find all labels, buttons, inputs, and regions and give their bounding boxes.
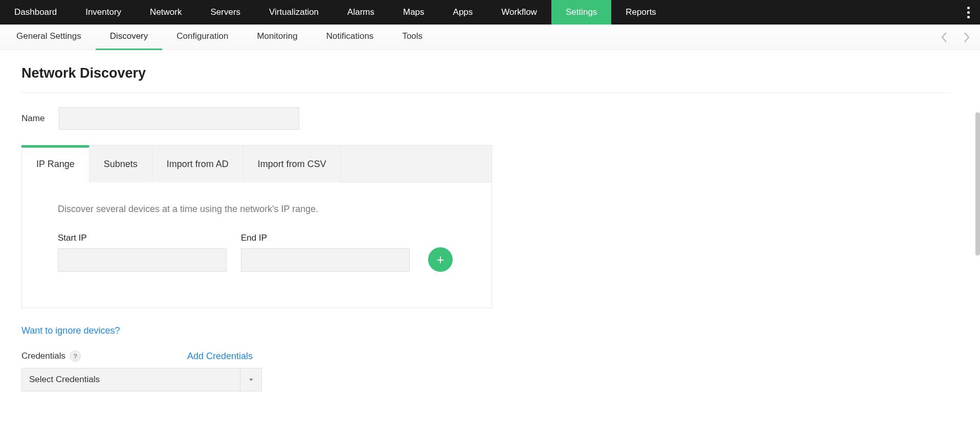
tab-ip-range[interactable]: IP Range — [22, 146, 90, 182]
start-ip-label: Start IP — [58, 233, 227, 243]
subnav-general-settings[interactable]: General Settings — [2, 25, 96, 50]
sub-nav: General Settings Discovery Configuration… — [0, 25, 980, 50]
subnav-discovery[interactable]: Discovery — [96, 25, 163, 50]
nav-settings[interactable]: Settings — [551, 0, 611, 25]
caret-down-icon — [248, 377, 254, 383]
nav-apps[interactable]: Apps — [439, 0, 487, 25]
svg-marker-0 — [249, 379, 253, 381]
credentials-select-caret — [240, 368, 261, 391]
ip-range-helper-text: Discover several devices at a time using… — [58, 204, 456, 215]
nav-maps[interactable]: Maps — [389, 0, 439, 25]
subnav-monitoring[interactable]: Monitoring — [242, 25, 311, 50]
end-ip-input[interactable] — [241, 248, 410, 272]
chevron-right-icon — [963, 32, 971, 43]
ignore-devices-link[interactable]: Want to ignore devices? — [21, 325, 120, 336]
nav-more-button[interactable] — [963, 0, 974, 25]
plus-icon: + — [436, 252, 444, 268]
nav-dashboard[interactable]: Dashboard — [0, 0, 71, 25]
credentials-select-value: Select Credentials — [22, 375, 100, 385]
name-row: Name — [21, 107, 950, 130]
help-icon: ? — [73, 353, 77, 360]
page-content: Network Discovery Name IP Range Subnets … — [0, 50, 972, 407]
start-ip-input[interactable] — [58, 248, 227, 272]
tabs-filler — [341, 146, 492, 182]
tab-import-csv[interactable]: Import from CSV — [243, 146, 341, 182]
nav-inventory[interactable]: Inventory — [71, 0, 136, 25]
ip-row: Start IP End IP + — [58, 233, 456, 272]
tabs-header: IP Range Subnets Import from AD Import f… — [22, 146, 492, 182]
more-vertical-icon — [967, 7, 970, 18]
nav-network[interactable]: Network — [136, 0, 196, 25]
subnav-notifications[interactable]: Notifications — [312, 25, 388, 50]
subnav-configuration[interactable]: Configuration — [162, 25, 242, 50]
subnav-next-button[interactable] — [963, 32, 971, 43]
nav-servers[interactable]: Servers — [196, 0, 255, 25]
tab-body-ip-range: Discover several devices at a time using… — [22, 182, 492, 308]
tab-subnets[interactable]: Subnets — [90, 146, 152, 182]
credentials-row: Credentials ? Add Credentials — [21, 350, 950, 362]
divider — [21, 92, 950, 93]
nav-virtualization[interactable]: Virtualization — [255, 0, 333, 25]
nav-alarms[interactable]: Alarms — [333, 0, 389, 25]
add-ip-range-button[interactable]: + — [428, 247, 453, 272]
end-ip-label: End IP — [241, 233, 410, 243]
subnav-tools[interactable]: Tools — [388, 25, 437, 50]
subnav-prev-button[interactable] — [940, 32, 948, 43]
nav-reports[interactable]: Reports — [611, 0, 671, 25]
name-label: Name — [21, 113, 44, 124]
tab-import-ad[interactable]: Import from AD — [152, 146, 243, 182]
scrollbar-thumb[interactable] — [975, 112, 980, 255]
top-nav: Dashboard Inventory Network Servers Virt… — [0, 0, 980, 25]
chevron-left-icon — [940, 32, 948, 43]
credentials-label: Credentials — [21, 351, 65, 361]
nav-workflow[interactable]: Workflow — [487, 0, 551, 25]
add-credentials-link[interactable]: Add Credentials — [187, 351, 253, 362]
discovery-method-tabs: IP Range Subnets Import from AD Import f… — [21, 145, 492, 308]
page-title: Network Discovery — [21, 65, 950, 81]
credentials-select[interactable]: Select Credentials — [21, 368, 262, 391]
credentials-help-button[interactable]: ? — [70, 350, 81, 362]
name-input[interactable] — [59, 107, 299, 130]
